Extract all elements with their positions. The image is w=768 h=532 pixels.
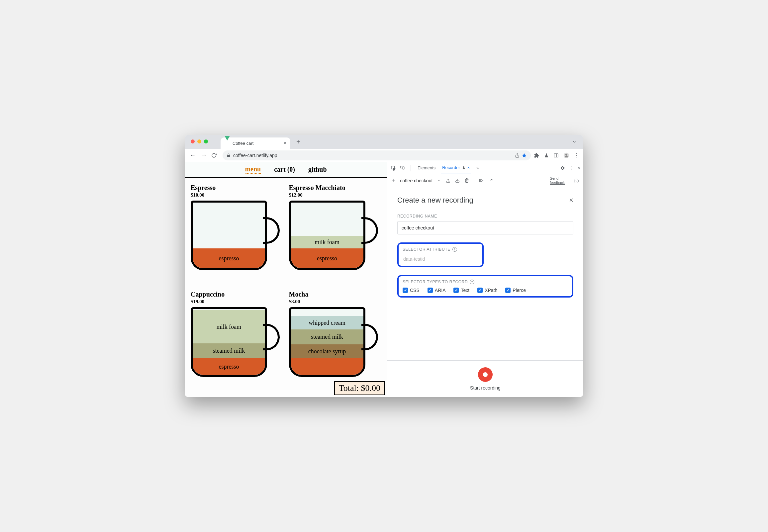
- cup-illustration: chocolate syrupsteamed milkwhipped cream: [289, 307, 381, 380]
- cup-layer: steamed milk: [193, 343, 265, 358]
- cup-layer: steamed milk: [291, 329, 363, 344]
- tab-recorder[interactable]: Recorder ×: [441, 162, 471, 173]
- product-card[interactable]: Espresso$10.00espresso: [191, 184, 283, 285]
- cart-total-badge[interactable]: Total: $0.00: [334, 381, 385, 395]
- nav-cart[interactable]: cart (0): [274, 166, 295, 173]
- sidepanel-icon[interactable]: [553, 153, 559, 158]
- product-price: $8.00: [289, 299, 381, 305]
- svg-rect-11: [480, 179, 480, 182]
- share-icon[interactable]: [515, 153, 520, 158]
- cup-handle: [263, 217, 280, 244]
- window-controls: [191, 139, 208, 143]
- new-recording-button[interactable]: +: [392, 177, 396, 184]
- forward-button[interactable]: →: [200, 152, 208, 159]
- start-recording-button[interactable]: [478, 367, 493, 382]
- cup-layer: whipped cream: [291, 316, 363, 329]
- nav-menu[interactable]: menu: [245, 165, 261, 174]
- selector-type-option[interactable]: ✓CSS: [403, 288, 420, 293]
- maximize-window-button[interactable]: [204, 139, 208, 143]
- profile-icon[interactable]: [563, 152, 569, 158]
- close-panel-button[interactable]: ×: [569, 196, 573, 205]
- cup-layer: espresso: [291, 248, 363, 268]
- svg-marker-12: [481, 179, 483, 182]
- checkbox-icon: ✓: [477, 288, 483, 293]
- close-tab-button[interactable]: ×: [284, 140, 286, 146]
- nav-github[interactable]: github: [308, 166, 327, 173]
- tab-title: Coffee cart: [233, 141, 253, 146]
- send-feedback-link[interactable]: Send feedback: [550, 176, 565, 184]
- svg-line-13: [492, 180, 493, 181]
- recording-name-label: RECORDING NAME: [397, 214, 573, 219]
- vue-favicon: [225, 140, 230, 146]
- delete-icon[interactable]: [464, 178, 469, 183]
- settings-icon[interactable]: [560, 165, 565, 171]
- help-icon[interactable]: ?: [470, 280, 474, 284]
- checkbox-icon: ✓: [505, 288, 511, 293]
- selector-type-label: ARIA: [435, 288, 446, 293]
- product-name: Mocha: [289, 291, 381, 298]
- svg-marker-1: [522, 153, 526, 157]
- minimize-window-button[interactable]: [197, 139, 201, 143]
- cup-handle: [361, 217, 378, 244]
- selector-attribute-label: SELECTOR ATTRIBUTE ?: [403, 247, 478, 252]
- url-text: coffee-cart.netlify.app: [233, 153, 277, 158]
- cup-illustration: espresso: [191, 201, 283, 274]
- app-nav: menu cart (0) github: [185, 162, 387, 178]
- url-input[interactable]: coffee-cart.netlify.app: [223, 150, 531, 160]
- selector-type-option[interactable]: ✓ARIA: [428, 288, 446, 293]
- product-card[interactable]: Cappuccino$19.00espressosteamed milkmilk…: [191, 291, 283, 391]
- selector-types-section: SELECTOR TYPES TO RECORD ? ✓CSS✓ARIA✓Tex…: [397, 275, 573, 298]
- product-card[interactable]: Espresso Macchiato$12.00espressomilk foa…: [289, 184, 381, 285]
- devtools-tabbar: Elements Recorder × » ⋮ ×: [387, 162, 583, 174]
- current-flow-name[interactable]: coffee checkout: [400, 178, 433, 183]
- tab-elements[interactable]: Elements: [416, 163, 437, 173]
- labs-icon[interactable]: [544, 153, 549, 158]
- more-tabs-button[interactable]: »: [475, 163, 480, 173]
- import-icon[interactable]: [455, 178, 460, 183]
- selector-type-option[interactable]: ✓XPath: [477, 288, 497, 293]
- product-name: Espresso Macchiato: [289, 184, 381, 192]
- browser-tab[interactable]: Coffee cart ×: [221, 137, 290, 149]
- cup-illustration: espressomilk foam: [289, 201, 381, 274]
- inspect-icon[interactable]: [391, 165, 396, 171]
- cup-layer: [291, 358, 363, 375]
- recording-name-input[interactable]: [397, 221, 573, 234]
- selector-type-option[interactable]: ✓Text: [453, 288, 469, 293]
- recorder-footer: Start recording: [387, 360, 583, 397]
- svg-rect-2: [554, 153, 558, 157]
- menu-icon[interactable]: ⋮: [574, 152, 579, 158]
- export-icon[interactable]: [446, 178, 450, 183]
- reload-button[interactable]: [211, 153, 219, 158]
- close-window-button[interactable]: [191, 139, 195, 143]
- product-grid: Espresso$10.00espressoEspresso Macchiato…: [185, 178, 387, 397]
- svg-point-5: [565, 153, 567, 155]
- device-toggle-icon[interactable]: [399, 165, 405, 171]
- cup-layer: espresso: [193, 358, 265, 375]
- replay-speed-icon[interactable]: [489, 179, 495, 183]
- extensions-icon[interactable]: [534, 153, 539, 158]
- close-devtools-button[interactable]: ×: [577, 165, 580, 170]
- new-tab-button[interactable]: +: [294, 137, 303, 147]
- selector-attribute-input[interactable]: [403, 254, 478, 264]
- selector-type-label: Pierce: [513, 288, 526, 293]
- tabs-dropdown-button[interactable]: [572, 139, 577, 144]
- selector-type-option[interactable]: ✓Pierce: [505, 288, 526, 293]
- bookmark-icon[interactable]: [522, 153, 527, 158]
- flask-icon: [462, 166, 465, 170]
- back-button[interactable]: ←: [189, 152, 197, 159]
- toolbar-icons: ⋮: [534, 152, 579, 158]
- product-name: Espresso: [191, 184, 283, 192]
- selector-types-label: SELECTOR TYPES TO RECORD ?: [403, 280, 568, 284]
- selector-type-label: Text: [461, 288, 469, 293]
- selector-attribute-section: SELECTOR ATTRIBUTE ?: [397, 242, 484, 267]
- selector-type-label: CSS: [410, 288, 420, 293]
- replay-icon[interactable]: [479, 178, 484, 183]
- help-icon[interactable]: ?: [574, 178, 579, 183]
- product-name: Cappuccino: [191, 291, 283, 298]
- product-card[interactable]: Mocha$8.00chocolate syrupsteamed milkwhi…: [289, 291, 381, 391]
- help-icon[interactable]: ?: [452, 247, 457, 252]
- cup-handle: [263, 324, 280, 350]
- devtools-menu-icon[interactable]: ⋮: [569, 165, 573, 170]
- flow-dropdown-icon[interactable]: [437, 179, 441, 183]
- close-recorder-tab[interactable]: ×: [467, 165, 470, 170]
